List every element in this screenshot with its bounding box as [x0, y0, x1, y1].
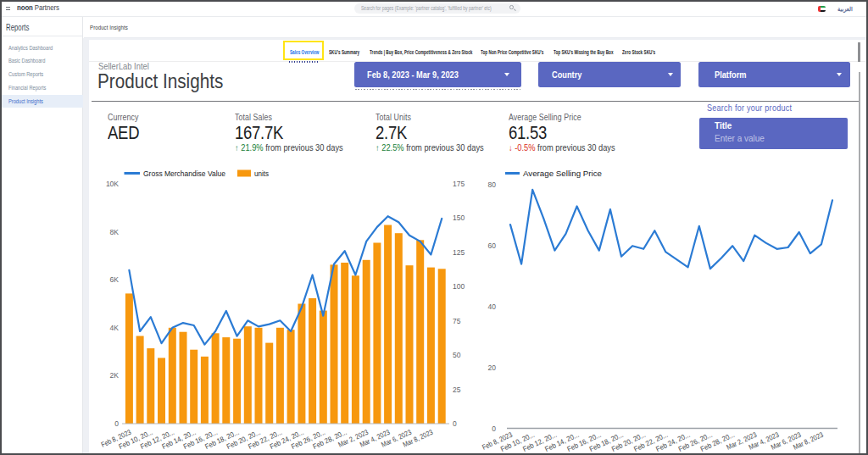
svg-text:6K: 6K [110, 275, 120, 284]
svg-text:75: 75 [453, 317, 461, 325]
svg-text:10K: 10K [106, 180, 119, 188]
svg-text:0: 0 [114, 419, 119, 428]
svg-text:40: 40 [488, 302, 497, 311]
svg-text:175: 175 [453, 180, 465, 188]
svg-text:125: 125 [453, 248, 465, 257]
svg-text:4K: 4K [110, 324, 120, 332]
svg-text:150: 150 [453, 214, 465, 222]
svg-text:units: units [254, 169, 269, 178]
svg-text:8K: 8K [110, 228, 120, 236]
svg-text:Average Selling Price: Average Selling Price [523, 169, 602, 178]
svg-text:50: 50 [453, 351, 461, 359]
svg-text:25: 25 [453, 386, 461, 394]
svg-text:2K: 2K [110, 371, 120, 380]
svg-text:0: 0 [453, 419, 457, 428]
svg-text:60: 60 [488, 241, 497, 250]
svg-text:80: 80 [488, 180, 497, 189]
svg-text:100: 100 [453, 282, 465, 291]
svg-text:0: 0 [492, 424, 496, 433]
svg-text:20: 20 [488, 363, 497, 372]
svg-text:Gross Merchandise Value: Gross Merchandise Value [143, 169, 225, 178]
